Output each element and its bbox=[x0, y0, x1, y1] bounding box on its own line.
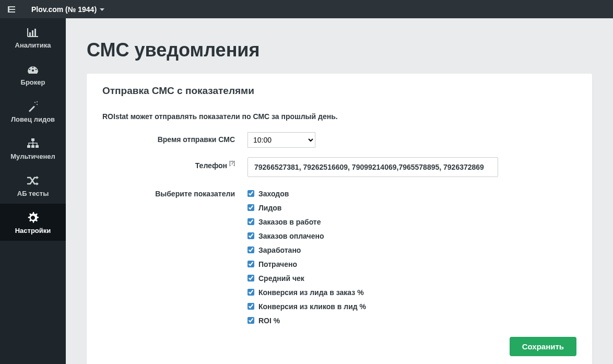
sidebar-item-label: АБ тесты bbox=[2, 190, 64, 197]
card-title: Отправка СМС с показателями bbox=[102, 85, 576, 97]
metric-label: Заказов оплачено bbox=[258, 232, 324, 240]
metric-item[interactable]: Потрачено bbox=[247, 257, 366, 271]
metrics-list: ЗаходовЛидовЗаказов в работеЗаказов опла… bbox=[247, 186, 366, 327]
metric-checkbox[interactable] bbox=[247, 246, 254, 253]
svg-point-10 bbox=[32, 67, 33, 68]
svg-point-13 bbox=[37, 104, 38, 105]
metric-item[interactable]: Заказов оплачено bbox=[247, 229, 366, 243]
svg-rect-16 bbox=[27, 145, 30, 148]
metric-checkbox[interactable] bbox=[247, 190, 254, 197]
sidebar-item-settings[interactable]: Настройки bbox=[0, 204, 66, 241]
sidebar-item-label: Аналитика bbox=[2, 41, 64, 49]
row-time: Время отправки СМС 10:00 bbox=[102, 132, 576, 148]
form-actions: Сохранить bbox=[102, 337, 576, 356]
sidebar-item-abtests[interactable]: АБ тесты bbox=[0, 167, 66, 204]
bar-chart-icon bbox=[2, 26, 64, 39]
metric-label: Конверсия из кликов в лид % bbox=[258, 302, 366, 311]
metric-checkbox[interactable] bbox=[247, 317, 254, 324]
chevron-down-icon bbox=[100, 6, 104, 13]
row-phone: Телефон [?] bbox=[102, 157, 576, 177]
metric-checkbox[interactable] bbox=[247, 232, 254, 239]
sidebar-item-label: Брокер bbox=[2, 78, 64, 86]
metric-item[interactable]: Конверсия из лида в заказ % bbox=[247, 285, 366, 299]
svg-point-8 bbox=[29, 69, 30, 70]
main-content: СМС уведомления Отправка СМС с показател… bbox=[66, 18, 613, 364]
metric-checkbox[interactable] bbox=[247, 261, 254, 267]
gear-icon bbox=[2, 211, 64, 225]
svg-point-9 bbox=[36, 69, 37, 70]
project-selector[interactable]: Plov.com (№ 1944) bbox=[31, 5, 104, 14]
sidebar-item-multichannel[interactable]: Мультиченел bbox=[0, 130, 66, 167]
svg-rect-6 bbox=[34, 29, 36, 36]
metric-item[interactable]: Заказов в работе bbox=[247, 215, 366, 229]
org-chart-icon bbox=[2, 137, 64, 150]
metric-label: Потрачено bbox=[258, 260, 297, 268]
metric-label: Заработано bbox=[258, 246, 301, 254]
metric-checkbox[interactable] bbox=[247, 303, 254, 310]
topbar: Plov.com (№ 1944) bbox=[0, 0, 613, 18]
metric-item[interactable]: ROI % bbox=[247, 313, 366, 327]
card-lead: ROIstat может отправлять показатели по С… bbox=[102, 112, 576, 121]
svg-rect-18 bbox=[36, 145, 39, 148]
metric-checkbox[interactable] bbox=[247, 204, 254, 211]
gauge-icon bbox=[2, 63, 64, 76]
metric-item[interactable]: Лидов bbox=[247, 201, 366, 215]
svg-point-14 bbox=[37, 101, 38, 102]
wand-icon bbox=[2, 100, 64, 113]
svg-rect-5 bbox=[32, 30, 33, 36]
sidebar-toggle-icon[interactable] bbox=[4, 6, 19, 13]
svg-rect-3 bbox=[8, 6, 9, 13]
metric-label: Конверсия из лида в заказ % bbox=[258, 288, 364, 297]
project-title: Plov.com (№ 1944) bbox=[31, 5, 97, 14]
row-metrics: Выберите показатели ЗаходовЛидовЗаказов … bbox=[102, 186, 576, 327]
sidebar-item-leads[interactable]: Ловец лидов bbox=[0, 92, 66, 130]
svg-rect-11 bbox=[29, 105, 35, 112]
metric-item[interactable]: Средний чек bbox=[247, 271, 366, 285]
metric-label: Заказов в работе bbox=[258, 218, 321, 226]
svg-point-7 bbox=[32, 69, 34, 72]
page-title: СМС уведомления bbox=[87, 39, 592, 61]
metric-item[interactable]: Конверсия из кликов в лид % bbox=[247, 299, 366, 313]
metric-checkbox[interactable] bbox=[247, 289, 254, 296]
phone-help-icon[interactable]: [?] bbox=[229, 160, 235, 166]
sidebar-item-label: Настройки bbox=[2, 227, 64, 234]
metric-item[interactable]: Заходов bbox=[247, 186, 366, 201]
svg-rect-4 bbox=[29, 32, 31, 36]
sidebar-item-analytics[interactable]: Аналитика bbox=[0, 18, 66, 55]
label-phone: Телефон [?] bbox=[102, 157, 247, 177]
metric-label: Средний чек bbox=[258, 274, 304, 283]
svg-point-12 bbox=[34, 102, 36, 103]
metric-label: Заходов bbox=[258, 190, 289, 198]
save-button[interactable]: Сохранить bbox=[510, 337, 576, 356]
phone-input[interactable] bbox=[247, 157, 498, 177]
metric-label: Лидов bbox=[258, 204, 281, 212]
label-time: Время отправки СМС bbox=[102, 132, 247, 148]
metric-item[interactable]: Заработано bbox=[247, 243, 366, 257]
sidebar-item-label: Мультиченел bbox=[2, 152, 64, 160]
sidebar-item-broker[interactable]: Брокер bbox=[0, 55, 66, 92]
sidebar: Аналитика Брокер Ловец лидов Мультиченел bbox=[0, 18, 66, 364]
sidebar-item-label: Ловец лидов bbox=[2, 115, 64, 123]
label-phone-text: Телефон bbox=[195, 161, 227, 170]
svg-rect-15 bbox=[31, 138, 34, 141]
shuffle-icon bbox=[2, 174, 64, 187]
metric-label: ROI % bbox=[258, 316, 280, 325]
svg-rect-17 bbox=[31, 145, 34, 148]
time-select[interactable]: 10:00 bbox=[247, 132, 315, 148]
label-metrics: Выберите показатели bbox=[102, 186, 247, 198]
metric-checkbox[interactable] bbox=[247, 275, 254, 281]
settings-card: Отправка СМС с показателями ROIstat може… bbox=[87, 74, 592, 364]
metric-checkbox[interactable] bbox=[247, 218, 254, 225]
